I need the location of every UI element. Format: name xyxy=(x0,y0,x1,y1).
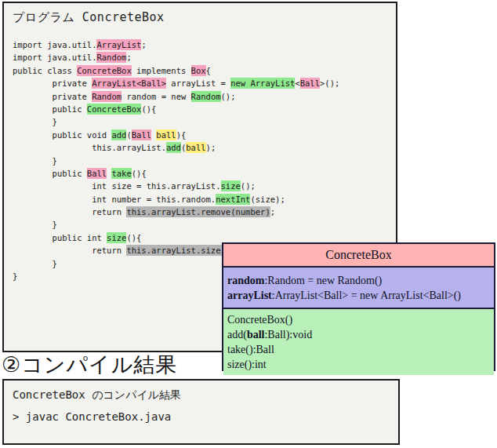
page: プログラム ConcreteBox import java.util.Array… xyxy=(0,0,497,448)
text-line: return this.arrayList.remove(number); xyxy=(13,206,339,218)
text-line: size():int xyxy=(227,357,490,372)
text-line: public ConcreteBox(){ xyxy=(13,103,339,115)
text-line: private Random random = new Random(); xyxy=(13,90,339,103)
text-line: } xyxy=(13,155,339,167)
uml-fields-section: random:Random = new Random()arrayList:Ar… xyxy=(223,268,494,309)
text-line: ConcreteBox() xyxy=(227,312,490,327)
text-line: import java.util.ArrayList; xyxy=(13,38,339,51)
text-line: this.arrayList.add(ball); xyxy=(13,141,339,154)
text-line: private ArrayList<Ball> arrayList = new … xyxy=(13,77,339,89)
text-line: import java.util.Random; xyxy=(13,51,339,64)
text-line: } xyxy=(13,115,339,128)
text-line: random:Random = new Random() xyxy=(227,273,490,288)
text-line: int size = this.arrayList.size(); xyxy=(13,180,339,192)
text-line: int number = this.random.nextInt(size); xyxy=(13,193,339,206)
text-line: public void add(Ball ball){ xyxy=(13,129,339,141)
compile-command-line: > javac ConcreteBox.java xyxy=(13,410,171,423)
text-line: arrayList:ArrayList<Ball> = new ArrayLis… xyxy=(227,288,490,303)
uml-methods-section: ConcreteBox()add(ball:Ball):voidtake():B… xyxy=(223,309,494,375)
text-line: add(ball:Ball):void xyxy=(227,327,490,342)
uml-class-name: ConcreteBox xyxy=(223,244,494,268)
compile-result-box: ConcreteBox のコンパイル結果 > javac ConcreteBox… xyxy=(2,379,400,445)
uml-class-diagram: ConcreteBox random:Random = new Random()… xyxy=(222,242,495,371)
program-title: プログラム ConcreteBox xyxy=(13,10,165,25)
text-line: } xyxy=(13,218,339,231)
text-line: take():Ball xyxy=(227,342,490,357)
text-line: public Ball take(){ xyxy=(13,167,339,180)
compile-result-title: ConcreteBox のコンパイル結果 xyxy=(13,388,181,402)
section-heading-compile-result: ②コンパイル結果 xyxy=(2,351,177,379)
text-line: public class ConcreteBox implements Box{ xyxy=(13,64,339,77)
